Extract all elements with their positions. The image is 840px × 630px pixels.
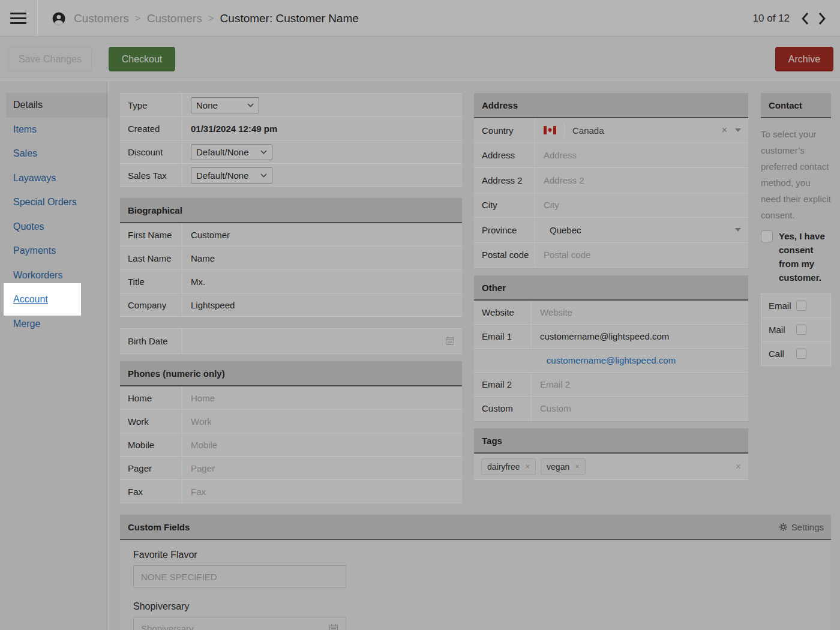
table-row-created: Created 01/31/2024 12:49 pm — [120, 117, 462, 140]
customer-detail-page: Customers > Customers > Customer: Custom… — [0, 0, 840, 630]
custom-field[interactable]: Custom — [532, 403, 748, 413]
country-dropdown-icon[interactable] — [735, 128, 741, 132]
clear-tags-icon[interactable]: × — [736, 461, 741, 472]
menu-icon[interactable] — [10, 10, 26, 27]
clear-country-icon[interactable]: × — [722, 125, 727, 136]
table-row-title: Title Mx. — [120, 270, 462, 293]
birth-date-table: Birth Date — [120, 328, 462, 354]
sidebar-item-items[interactable]: Items — [0, 118, 109, 142]
postal-code-field[interactable]: Postal code — [535, 250, 748, 260]
country-select[interactable]: Canada × — [535, 122, 748, 138]
discount-select[interactable]: Default/None — [191, 144, 272, 160]
website-field[interactable]: Website — [532, 307, 748, 317]
consent-note: To select your customer’s preferred cont… — [761, 126, 831, 223]
email-1-field[interactable]: customername@lightspeed.com — [532, 331, 748, 341]
email-method-label: Email — [761, 301, 796, 311]
birth-date-label: Birth Date — [120, 329, 182, 353]
address-2-label: Address 2 — [474, 168, 535, 193]
home-label: Home — [120, 386, 182, 409]
table-row-postal-code: Postal code Postal code — [474, 243, 748, 268]
table-row-address-2: Address 2 Address 2 — [474, 168, 748, 193]
remove-tag-icon[interactable]: × — [525, 462, 530, 471]
sidebar-item-special-orders[interactable]: Special Orders — [0, 190, 109, 215]
canada-flag-icon — [544, 126, 556, 134]
sales-tax-label: Sales Tax — [120, 164, 182, 187]
sidebar-item-quotes[interactable]: Quotes — [0, 215, 109, 239]
province-dropdown-icon[interactable] — [735, 228, 741, 232]
sidebar-nav: Details Items Sales Layaways Special Ord… — [0, 80, 109, 630]
breadcrumb-customers-2[interactable]: Customers — [147, 12, 202, 25]
breadcrumb-customers[interactable]: Customers — [74, 12, 129, 25]
breadcrumb-separator: > — [208, 13, 214, 25]
email-1-label: Email 1 — [474, 325, 532, 348]
work-phone-field[interactable]: Work — [182, 416, 462, 427]
shopiversary-field[interactable]: Shopiversary — [133, 617, 346, 630]
table-row-type: Type None — [120, 94, 462, 117]
address-header: Address — [474, 93, 748, 118]
sidebar-item-payments[interactable]: Payments — [0, 239, 109, 263]
other-header: Other — [474, 275, 748, 301]
save-changes-button[interactable]: Save Changes — [8, 47, 92, 71]
table-row-website: Website Website — [474, 301, 748, 325]
chevron-down-icon — [260, 150, 267, 154]
table-row-pager: Pager Pager — [120, 457, 462, 480]
calendar-icon[interactable] — [329, 623, 338, 630]
fax-phone-field[interactable]: Fax — [182, 487, 462, 497]
archive-button[interactable]: Archive — [775, 47, 833, 71]
call-method-checkbox[interactable] — [796, 349, 806, 359]
address-field[interactable]: Address — [535, 150, 748, 160]
calendar-icon[interactable] — [445, 336, 455, 346]
email-2-field[interactable]: Email 2 — [532, 379, 748, 389]
table-row-mobile: Mobile Mobile — [120, 433, 462, 457]
sidebar-item-details[interactable]: Details — [6, 93, 109, 118]
table-row-first-name: First Name Customer — [120, 223, 462, 247]
contact-section: Contact To select your customer’s prefer… — [761, 93, 831, 366]
consent-label: Yes, I have consent from my customer. — [779, 229, 831, 284]
custom-fields-header: Custom Fields — [128, 522, 190, 532]
custom-fields-settings-button[interactable]: Settings — [779, 522, 824, 532]
consent-checkbox[interactable] — [761, 230, 773, 242]
address-label: Address — [474, 143, 535, 168]
tags-input[interactable]: dairyfree × vegan × × — [474, 454, 748, 480]
breadcrumb: Customers > Customers > Customer: Custom… — [74, 12, 359, 25]
contact-header: Contact — [761, 93, 831, 118]
country-value: Canada — [572, 125, 722, 136]
topbar-divider — [37, 0, 38, 37]
sales-tax-select[interactable]: Default/None — [191, 167, 272, 184]
birth-date-field[interactable] — [182, 336, 462, 346]
account-highlight-label[interactable]: Account — [13, 294, 48, 305]
remove-tag-icon[interactable]: × — [575, 462, 580, 471]
email-2-label: Email 2 — [474, 373, 532, 396]
contact-methods-table: Email Mail Call — [761, 293, 831, 366]
sidebar-item-layaways[interactable]: Layaways — [0, 166, 109, 191]
mail-method-label: Mail — [761, 325, 796, 335]
mail-method-checkbox[interactable] — [796, 325, 806, 335]
checkout-button[interactable]: Checkout — [109, 47, 175, 71]
favorite-flavor-field[interactable]: NONE SPECIFIED — [133, 565, 346, 588]
sidebar-item-account[interactable]: Account — [0, 287, 109, 312]
email-link[interactable]: customername@lightspeed.com — [547, 355, 676, 365]
home-phone-field[interactable]: Home — [182, 393, 462, 403]
biographical-header: Biographical — [120, 198, 462, 223]
favorite-flavor-label: Favorite Flavor — [133, 550, 831, 560]
mobile-phone-field[interactable]: Mobile — [182, 440, 462, 450]
sidebar-item-sales[interactable]: Sales — [0, 142, 109, 166]
company-field[interactable]: Lightspeed — [182, 300, 462, 310]
email-method-checkbox[interactable] — [796, 301, 806, 311]
city-label: City — [474, 193, 535, 218]
province-select[interactable]: Quebec — [535, 225, 748, 235]
first-name-field[interactable]: Customer — [182, 230, 462, 240]
action-bar: Save Changes Checkout Archive — [0, 38, 840, 80]
type-select[interactable]: None — [191, 97, 259, 113]
pager-phone-field[interactable]: Pager — [182, 463, 462, 473]
custom-fields-section: Custom Fields Settings Favorite Flavor N… — [120, 515, 831, 630]
title-field[interactable]: Mx. — [182, 277, 462, 287]
city-field[interactable]: City — [535, 200, 748, 210]
table-row-email-2: Email 2 Email 2 — [474, 373, 748, 397]
country-label: Country — [474, 118, 535, 143]
address-2-field[interactable]: Address 2 — [535, 175, 748, 185]
previous-record-icon[interactable] — [799, 11, 811, 26]
table-row-last-name: Last Name Name — [120, 247, 462, 270]
last-name-field[interactable]: Name — [182, 253, 462, 263]
next-record-icon[interactable] — [816, 11, 828, 26]
